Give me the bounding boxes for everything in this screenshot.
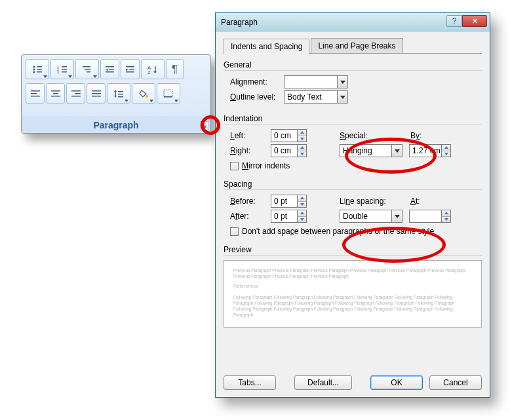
svg-rect-43 [118,94,123,95]
alignment-label: Alignment: [230,77,284,86]
svg-rect-42 [118,91,123,92]
svg-rect-29 [31,96,40,97]
default-button[interactable]: Default... [294,375,352,390]
svg-rect-18 [109,69,114,70]
svg-rect-9 [62,69,67,70]
spacing-after-spinner[interactable]: 0 pt [271,210,307,223]
chevron-down-icon[interactable] [337,76,347,88]
justify-button[interactable] [87,83,106,104]
svg-rect-16 [106,71,114,73]
svg-rect-47 [164,90,172,97]
svg-point-2 [33,68,35,70]
outline-dropdown[interactable]: Body Text [284,90,348,104]
indent-right-label: Right: [230,146,271,155]
indent-left-label: Left: [230,131,271,140]
line-spacing-button[interactable] [107,83,130,104]
special-label: Special: [340,131,391,140]
numbering-button[interactable]: 123 [50,59,74,79]
svg-rect-48 [164,96,172,98]
alignment-dropdown[interactable] [284,75,348,88]
svg-rect-38 [92,96,101,97]
multilevel-list-button[interactable] [75,59,99,79]
svg-rect-33 [71,90,81,92]
at-label: At: [410,197,437,206]
svg-rect-7 [62,66,67,67]
svg-text:3: 3 [57,70,59,74]
svg-marker-26 [153,71,157,73]
paragraph-dialog: Paragraph ? ✕ Indents and Spacing Line a… [215,12,490,398]
help-button[interactable]: ? [446,15,462,27]
svg-rect-32 [51,96,60,97]
ribbon-paragraph-group: 123 AZ ¶ Paragraph ↘ [21,54,211,134]
indent-right-spinner[interactable]: 0 cm [271,144,307,157]
ribbon-group-label: Paragraph [93,120,138,130]
svg-rect-5 [37,71,42,73]
svg-rect-28 [31,93,37,94]
by-label: By: [410,131,437,140]
align-right-button[interactable] [66,83,85,104]
chevron-down-icon[interactable] [391,210,402,222]
svg-rect-14 [87,71,90,73]
svg-point-46 [146,95,148,98]
line-spacing-label: Line spacing: [340,197,402,206]
svg-point-4 [33,71,35,73]
svg-text:Z: Z [147,69,151,74]
close-button[interactable]: ✕ [462,15,487,27]
titlebar: Paragraph ? ✕ [216,13,490,31]
svg-rect-30 [51,90,60,92]
svg-marker-17 [106,69,108,71]
svg-rect-20 [126,71,134,73]
svg-rect-27 [31,90,40,92]
dialog-title: Paragraph [221,18,258,27]
align-center-button[interactable] [46,83,65,104]
by-spinner[interactable]: 1.27 cm [409,144,451,157]
show-hide-button[interactable]: ¶ [166,59,184,79]
preview-box: Previous Paragraph Previous Paragraph Pr… [224,260,482,328]
sort-button[interactable]: AZ [141,59,165,79]
svg-rect-1 [37,66,42,67]
mirror-indents-label: Mirror indents [242,161,290,170]
mirror-indents-checkbox[interactable] [230,162,239,170]
shading-button[interactable] [132,83,155,104]
svg-marker-41 [114,96,117,98]
tab-indents-spacing[interactable]: Indents and Spacing [224,39,309,54]
svg-rect-13 [85,69,90,70]
cancel-button[interactable]: Cancel [429,375,482,390]
increase-indent-button[interactable] [121,59,140,79]
dont-add-space-checkbox[interactable] [230,227,239,236]
align-left-button[interactable] [26,83,45,104]
tab-line-page-breaks[interactable]: Line and Page Breaks [311,38,402,53]
svg-marker-21 [126,69,128,71]
svg-rect-11 [62,71,67,73]
svg-marker-45 [140,90,146,97]
dialog-tabs: Indents and Spacing Line and Page Breaks [224,38,482,54]
dialog-launcher-icon[interactable]: ↘ [200,121,209,130]
chevron-down-icon[interactable] [337,91,347,103]
svg-rect-19 [126,66,134,67]
svg-rect-34 [75,93,81,94]
chevron-down-icon[interactable] [391,145,402,157]
svg-rect-25 [155,66,156,71]
spacing-legend: Spacing [224,180,482,189]
borders-button[interactable] [157,83,180,104]
tabs-button[interactable]: Tabs... [224,375,276,390]
svg-rect-31 [53,93,58,94]
svg-rect-15 [106,66,114,67]
indent-left-spinner[interactable]: 0 cm [271,129,307,142]
general-legend: General [224,60,482,69]
svg-rect-36 [92,90,101,92]
bullets-button[interactable] [26,59,49,79]
spacing-after-label: After: [230,212,271,221]
decrease-indent-button[interactable] [100,59,119,79]
special-dropdown[interactable]: Hanging [340,144,402,157]
line-spacing-dropdown[interactable]: Double [340,210,402,223]
svg-rect-44 [118,96,123,98]
svg-rect-3 [37,69,42,70]
svg-rect-37 [92,93,101,94]
ok-button[interactable]: OK [370,375,423,390]
svg-point-0 [33,66,35,67]
indentation-legend: Indentation [224,114,482,123]
svg-rect-22 [129,69,134,70]
at-spinner[interactable] [409,210,451,223]
spacing-before-spinner[interactable]: 0 pt [271,195,307,208]
